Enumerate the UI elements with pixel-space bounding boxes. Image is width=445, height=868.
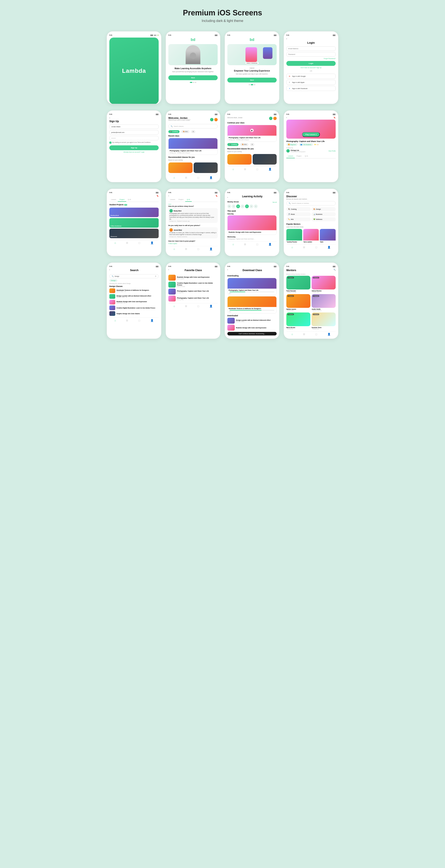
login-back[interactable]: ‹ <box>286 37 336 40</box>
signup-email-field[interactable]: jordan@email.com <box>109 130 159 134</box>
search-result-3[interactable]: Realistic Design with Color and Expressi… <box>109 300 159 305</box>
cont-rec-1[interactable] <box>227 154 251 164</box>
signup-back[interactable]: ‹ <box>109 117 159 119</box>
onboard2-next-btn[interactable]: Next <box>227 78 277 83</box>
dl-item-2[interactable]: Handmade Textures & Halftones for Design… <box>227 296 277 313</box>
tab-qa[interactable]: Q+A <box>303 154 310 158</box>
apple-signin-btn[interactable]:  Sign in with Apple <box>286 80 336 85</box>
activity-back[interactable]: ‹ <box>227 196 228 198</box>
project-1[interactable]: Reading Book <box>109 208 159 217</box>
rec-card-2[interactable] <box>194 162 218 173</box>
cat-wellness[interactable]: 💚Wellness <box>312 217 336 221</box>
notif-icon[interactable] <box>269 117 272 120</box>
chat-nav-p[interactable]: ◻ <box>138 241 140 244</box>
bookmark-nav-2[interactable]: ⊞ <box>244 168 246 171</box>
tab-lesson[interactable]: Lesson <box>286 154 295 158</box>
home-nav-2[interactable]: ⌂ <box>232 168 234 171</box>
tab-p-lesson[interactable]: Lesson <box>109 198 118 202</box>
filter-icon[interactable]: ⚙ <box>155 275 156 277</box>
tab-qa-project[interactable]: Project <box>177 198 185 202</box>
bookmark-icon[interactable]: 🔖 <box>334 117 336 119</box>
play-lesson-btn[interactable]: Play Lesson 1 <box>302 132 320 137</box>
terms-checkbox[interactable]: ✓ <box>109 142 111 144</box>
cat-business[interactable]: 📊Business <box>312 212 336 216</box>
fav-item-2[interactable]: Creative Digital Illustration: Learn to … <box>168 282 218 287</box>
home-nav-icon[interactable]: ⌂ <box>173 176 175 179</box>
home-nav-p[interactable]: ⌂ <box>114 241 116 244</box>
search-back[interactable]: ‹ <box>109 269 110 273</box>
continue-course[interactable]: ▶ Photography: Capture and Share Your Li… <box>227 125 277 142</box>
password-field[interactable] <box>286 52 336 57</box>
tab2-cooking[interactable]: 🍳 Cooking <box>227 143 239 146</box>
mentor-card-mario[interactable]: 4 classes Mario Brown Teaches Art <box>286 312 310 330</box>
rec-card-1[interactable] <box>168 162 193 173</box>
project-2[interactable]: A Wise Gentleman <box>109 218 159 228</box>
search-result-2[interactable]: Design a poster with an Abstract iridesc… <box>109 294 159 299</box>
mentor-card-justin[interactable]: 2 classes Justin Smith Teaches Cooking <box>312 294 336 311</box>
fav-item-3[interactable]: Photography: Capture and Share Your Life… <box>168 289 218 294</box>
chat-nav-2[interactable]: ◻ <box>256 168 258 171</box>
tab2-more[interactable]: A <box>250 143 254 146</box>
grid-nav-p[interactable]: ⊞ <box>126 241 128 244</box>
google-signin-btn[interactable]: G Sign in with Google <box>286 74 336 79</box>
cat-cooking[interactable]: 🍳Cooking <box>286 207 311 211</box>
mentor-naim[interactable]: Naim <box>320 229 336 243</box>
tab-arts[interactable]: 🎨 Arts <box>181 130 190 133</box>
cat-design[interactable]: 🎨Design <box>312 207 336 211</box>
mentor-card-naima[interactable]: 4 classes Naima Lauren Teaches Arts <box>286 294 310 311</box>
profile-nav-icon[interactable]: 👤 <box>209 176 213 179</box>
profile-nav-p[interactable]: 👤 <box>150 241 153 244</box>
search-input-bar[interactable]: 🔍 Design ⚙ <box>109 274 159 278</box>
mentor-carolina[interactable]: Carolina Fischer <box>286 229 302 243</box>
fav-back[interactable]: ‹ <box>168 269 169 273</box>
tab-p-project[interactable]: Project <box>118 198 126 202</box>
fav-item-4[interactable]: Photography: Capture and Share Your Life… <box>168 296 218 302</box>
cat-arts[interactable]: ✏️Arts <box>286 217 311 221</box>
signup-password-field[interactable]: •••••••• <box>109 136 159 140</box>
tab-p-qa[interactable]: Q+A <box>126 198 133 202</box>
cont-rec-2[interactable] <box>253 154 277 164</box>
downloaded-1[interactable]: Design a poster with an Abstract iridesc… <box>227 318 277 324</box>
mentor-card-fariz[interactable]: 4 classes Fariz Hussain Teaches Cooking <box>286 276 310 293</box>
project-3[interactable]: Glamorous <box>109 229 159 238</box>
login-btn[interactable]: Login <box>286 61 336 66</box>
qa-back[interactable]: ‹ <box>168 195 169 197</box>
user-avatar[interactable] <box>214 118 218 121</box>
tab-qa-lesson[interactable]: Lesson <box>168 198 177 202</box>
signup-btn[interactable]: Sign Up <box>109 145 159 150</box>
projects-bookmark[interactable]: 🔖 <box>157 195 159 197</box>
chat-nav-icon[interactable]: ◻ <box>197 176 199 179</box>
cat-music[interactable]: 🎵Music <box>286 212 311 216</box>
play-back[interactable]: ‹ <box>286 117 287 119</box>
notification-icon[interactable] <box>210 118 213 121</box>
dl-item-1[interactable]: Photography: Capture and Share Your Life… <box>227 278 277 295</box>
user-avatar-2[interactable] <box>273 117 277 120</box>
search-tag-design[interactable]: Design <box>109 279 117 282</box>
tab-cooking[interactable]: 🍳 Cooking <box>168 130 179 133</box>
tab-more[interactable]: A <box>191 130 196 133</box>
fullname-field[interactable]: Jordan Blake <box>109 124 159 129</box>
dl-back[interactable]: ‹ <box>227 269 228 273</box>
tab-qa-qa[interactable]: Q+A <box>185 198 192 202</box>
mentor-card-summer[interactable]: 2 classes Summer Sven Teaches Arts <box>312 312 336 330</box>
bookmark-nav-icon[interactable]: ⊞ <box>185 176 187 179</box>
email-field[interactable] <box>286 46 336 51</box>
downloaded-2[interactable]: Realistic Design with Color and Expressi… <box>227 325 277 331</box>
mentor-card-adena[interactable]: 5 classes Adena Romeo Teaches Arts <box>312 276 336 293</box>
activity-course[interactable]: Realistic Design with Color and Expressi… <box>227 215 277 235</box>
home-search[interactable]: 🔍 Search classes <box>168 124 218 128</box>
search-result-1[interactable]: Handmade Textures & Halftones for Design… <box>109 288 159 293</box>
search-result-5[interactable]: Graphic Design 101 Color Adams <box>109 311 159 316</box>
mentors-search-icon[interactable]: 🔍 <box>334 269 336 275</box>
tab-project[interactable]: Project <box>295 154 303 158</box>
mentor-harry[interactable]: Harry Landon <box>303 229 319 243</box>
qa-bookmark[interactable]: 🔖 <box>215 195 218 197</box>
onboard1-next-btn[interactable]: Next <box>168 75 218 80</box>
recent-course-card[interactable]: Photography: Capture and Share Your Life… <box>168 138 218 155</box>
facebook-signin-btn[interactable]: f Sign in with Facebook <box>286 86 336 91</box>
search-result-4[interactable]: Creative Digital Illustration: Learn to … <box>109 306 159 310</box>
tab2-arts[interactable]: 🎨 Arts <box>240 143 248 146</box>
profile-nav-2[interactable]: 👤 <box>268 168 272 171</box>
forgot-password-link[interactable]: Forgot Password? <box>286 58 336 59</box>
discover-search[interactable]: 🔍 Search classes or mentors <box>286 201 336 206</box>
